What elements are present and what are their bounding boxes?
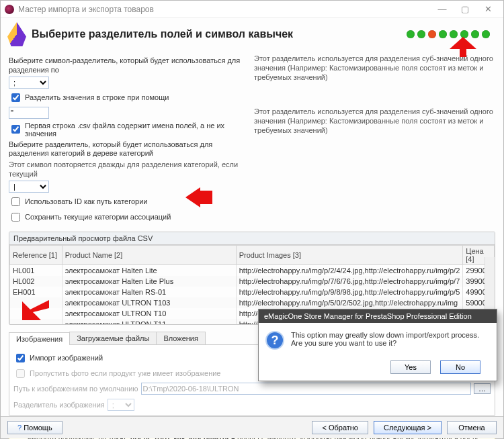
wizard-icon bbox=[7, 22, 26, 46]
default-path-label: Путь к изображениям по умолчанию bbox=[13, 385, 138, 393]
yes-button[interactable]: Yes bbox=[390, 360, 431, 374]
category-delim-select[interactable]: | bbox=[9, 181, 49, 193]
tab-attachments[interactable]: Вложения bbox=[156, 332, 206, 344]
delimiter-label: Выберите символ-разделитель, который буд… bbox=[9, 56, 250, 75]
save-assoc-checkbox[interactable]: Сохранить текущие категории ассоциаций bbox=[9, 211, 250, 224]
first-row-checkbox[interactable]: Первая строка .csv файла содержит имена … bbox=[9, 121, 250, 138]
table-cell: http://electrohappy.ru/img/p/9/8/98.jpg,… bbox=[236, 287, 463, 297]
tab-downloads[interactable]: Загружаемые файлы bbox=[69, 332, 157, 344]
step-dot bbox=[482, 30, 490, 38]
table-cell bbox=[10, 297, 62, 308]
question-icon: ? bbox=[265, 331, 284, 350]
maximize-button[interactable]: ▢ bbox=[454, 3, 476, 16]
wizard-footer: ? Помощь < Обратно Следующая > Отмена bbox=[1, 416, 503, 438]
first-row-label: Первая строка .csv файла содержит имена … bbox=[25, 121, 250, 138]
right-column: Этот разделитель используется для раздел… bbox=[254, 54, 495, 226]
help-icon: ? bbox=[17, 424, 22, 432]
subvalue-desc-1: Этот разделитель используется для раздел… bbox=[254, 54, 495, 82]
import-images-check-input[interactable] bbox=[16, 354, 25, 362]
save-assoc-check-input[interactable] bbox=[11, 213, 20, 222]
quote-char-input[interactable] bbox=[9, 107, 49, 119]
dialog-title: eMagicOne Store Manager for PrestaShop P… bbox=[259, 309, 497, 323]
table-row[interactable]: HL002электросамокат Halten Lite Plushttp… bbox=[10, 276, 495, 287]
save-assoc-label: Сохранить текущие категории ассоциаций bbox=[25, 213, 171, 221]
wizard-header: Выберите разделитель полей и символ кавы… bbox=[1, 18, 503, 52]
import-images-label: Импорт изображений bbox=[30, 354, 103, 362]
next-button[interactable]: Следующая > bbox=[374, 421, 442, 434]
table-cell: электросамокат ULTRON T10 bbox=[62, 308, 236, 319]
image-delim-select: ; bbox=[108, 399, 134, 411]
first-row-check-input[interactable] bbox=[11, 125, 20, 134]
subvalue-desc-2: Этот разделитель используется для раздел… bbox=[254, 107, 495, 135]
table-cell: электросамокат ULTRON T103 bbox=[62, 297, 236, 308]
left-column: Выберите символ-разделитель, который буд… bbox=[9, 54, 250, 226]
table-cell: электросамокат Halten Lite bbox=[62, 264, 236, 276]
dialog-message: This option may greatly slow down import… bbox=[291, 331, 479, 347]
table-row[interactable]: HL001электросамокат Halten Litehttp://el… bbox=[10, 264, 495, 276]
id-as-path-check-input[interactable] bbox=[11, 197, 20, 206]
col-product-name[interactable]: Product Name [2] bbox=[62, 245, 236, 264]
table-cell bbox=[10, 319, 62, 324]
no-button[interactable]: No bbox=[440, 360, 480, 374]
table-cell bbox=[10, 308, 62, 319]
table-cell: HL001 bbox=[10, 264, 62, 276]
titlebar: Мастер импорта и экспорта товаров — ▢ ✕ bbox=[1, 1, 503, 18]
default-path-input bbox=[141, 383, 471, 395]
wizard-title: Выберите разделитель полей и символ кавы… bbox=[32, 28, 407, 40]
step-dot bbox=[439, 30, 447, 38]
step-dot bbox=[460, 30, 468, 38]
table-cell: http://electrohappy.ru/img/p/7/6/76.jpg,… bbox=[236, 276, 463, 287]
skip-photo-check-input bbox=[16, 369, 25, 378]
image-delim-label: Разделитель изображения bbox=[13, 401, 105, 409]
col-product-images[interactable]: Product Images [3] bbox=[236, 245, 463, 264]
delimiter-select[interactable]: ; bbox=[9, 77, 49, 89]
table-cell: HL002 bbox=[10, 276, 62, 287]
id-as-path-label: Использовать ID как путь категории bbox=[25, 197, 147, 205]
table-cell: http://electrohappy.ru/img/p/5/0/2/502.j… bbox=[236, 297, 463, 308]
step-dot bbox=[407, 30, 415, 38]
table-row[interactable]: электросамокат ULTRON T103http://electro… bbox=[10, 297, 495, 308]
split-values-label: Разделить значения в строке при помощи bbox=[25, 93, 169, 101]
table-cell: электросамокат Halten Lite Plus bbox=[62, 276, 236, 287]
category-delim-label: Выберите разделитель, который будет испо… bbox=[9, 140, 250, 159]
split-values-checkbox[interactable]: Разделить значения в строке при помощи bbox=[9, 91, 250, 104]
col-reference[interactable]: Reference [1] bbox=[10, 245, 62, 264]
browse-button[interactable]: … bbox=[474, 383, 491, 394]
table-row[interactable]: EH001электросамокат Halten RS-01http://e… bbox=[10, 287, 495, 297]
step-dot bbox=[450, 30, 458, 38]
split-values-check-input[interactable] bbox=[11, 93, 20, 102]
csv-preview-title: Предварительный просмотр файла CSV bbox=[9, 232, 495, 245]
back-button[interactable]: < Обратно bbox=[312, 421, 368, 434]
table-cell: электросамокат Halten RS-01 bbox=[62, 287, 236, 297]
confirm-dialog: eMagicOne Store Manager for PrestaShop P… bbox=[258, 309, 497, 381]
step-dot-current bbox=[428, 30, 436, 38]
vertical-scrollbar[interactable] bbox=[485, 257, 495, 314]
id-as-path-checkbox[interactable]: Использовать ID как путь категории bbox=[9, 195, 250, 208]
category-delim-note: Этот символ повторяется дважды для разде… bbox=[9, 160, 250, 179]
step-indicator bbox=[407, 30, 490, 38]
close-button[interactable]: ✕ bbox=[476, 3, 499, 16]
step-dot bbox=[417, 30, 425, 38]
step-dot bbox=[471, 30, 479, 38]
tab-images[interactable]: Изображения bbox=[9, 332, 70, 345]
table-cell: электросамокат ULTRON T11 bbox=[62, 319, 236, 324]
skip-photo-label: Пропустить фото если продукт уже имеет и… bbox=[30, 369, 221, 377]
help-button[interactable]: ? Помощь bbox=[7, 421, 62, 434]
window-title: Мастер импорта и экспорта товаров bbox=[18, 5, 431, 14]
table-cell: http://electrohappy.ru/img/p/2/4/24.jpg,… bbox=[236, 264, 463, 276]
minimize-button[interactable]: — bbox=[431, 3, 454, 16]
app-icon bbox=[5, 5, 14, 14]
cancel-button[interactable]: Отмена bbox=[447, 421, 497, 434]
help-label: Помощь bbox=[24, 424, 52, 432]
table-cell: EH001 bbox=[10, 287, 62, 297]
